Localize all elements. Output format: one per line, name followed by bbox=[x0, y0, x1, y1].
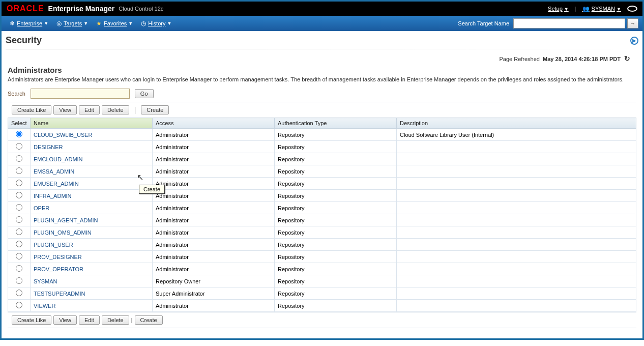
admin-access: Administrator bbox=[153, 239, 275, 251]
search-target-go-button[interactable]: → bbox=[627, 18, 638, 28]
table-row: VIEWERAdministratorRepository bbox=[8, 300, 636, 312]
admin-name-link[interactable]: EMCLOUD_ADMIN bbox=[34, 156, 83, 162]
row-select-radio[interactable] bbox=[16, 302, 22, 308]
enterprise-icon: ❄ bbox=[10, 20, 15, 27]
col-name[interactable]: Name bbox=[31, 118, 153, 129]
table-row: EMUSER_ADMINAdministratorRepository bbox=[8, 178, 636, 190]
toolbar-bottom: Create Like View Edit Delete | Create bbox=[8, 312, 636, 328]
row-select-radio[interactable] bbox=[16, 265, 22, 272]
delete-button[interactable]: Delete bbox=[102, 105, 129, 114]
admin-auth: Repository bbox=[275, 239, 397, 251]
edit-button[interactable]: Edit bbox=[79, 105, 100, 114]
col-auth[interactable]: Authentication Type bbox=[275, 118, 397, 129]
admin-access: Administrator bbox=[153, 165, 275, 178]
nav-history[interactable]: ◷History▼ bbox=[137, 20, 175, 27]
row-select-radio[interactable] bbox=[16, 241, 22, 247]
admin-name-link[interactable]: OPER bbox=[34, 205, 49, 211]
app-title: Enterprise Manager bbox=[48, 5, 115, 13]
admin-name-link[interactable]: PLUGIN_AGENT_ADMIN bbox=[34, 217, 98, 223]
admin-name-link[interactable]: TESTSUPERADMIN bbox=[34, 291, 85, 297]
delete-button[interactable]: Delete bbox=[102, 315, 129, 325]
admin-access: Administrator bbox=[153, 226, 275, 239]
table-row: SYSMANRepository OwnerRepository bbox=[8, 275, 636, 287]
admin-access: Administrator bbox=[153, 300, 275, 312]
admin-name-link[interactable]: PROV_OPERATOR bbox=[34, 266, 83, 272]
admin-access: Administrator bbox=[153, 153, 275, 165]
row-select-radio[interactable] bbox=[16, 204, 22, 211]
refresh-icon[interactable]: ↻ bbox=[624, 54, 630, 63]
nav-bar: ❄Enterprise▼ ◎Targets▼ ★Favorites▼ ◷Hist… bbox=[2, 16, 642, 31]
admin-desc bbox=[397, 202, 636, 214]
row-select-radio[interactable] bbox=[16, 228, 22, 235]
oval-icon[interactable] bbox=[627, 6, 637, 12]
admin-name-link[interactable]: PLUGIN_OMS_ADMIN bbox=[34, 229, 92, 236]
target-icon: ◎ bbox=[56, 20, 62, 27]
play-circle-icon[interactable]: ▶ bbox=[630, 37, 638, 45]
create-button[interactable]: Create bbox=[141, 105, 169, 114]
admin-name-link[interactable]: PROV_DESIGNER bbox=[34, 254, 82, 260]
setup-label: Setup bbox=[548, 6, 563, 12]
admin-desc bbox=[397, 141, 636, 153]
col-access[interactable]: Access bbox=[153, 118, 275, 129]
create-like-button[interactable]: Create Like bbox=[12, 105, 51, 114]
nav-targets[interactable]: ◎Targets▼ bbox=[52, 20, 92, 27]
admin-desc bbox=[397, 178, 636, 190]
user-menu[interactable]: 👥SYSMAN▼ bbox=[582, 6, 621, 12]
admin-desc bbox=[397, 190, 636, 202]
row-select-radio[interactable] bbox=[16, 131, 22, 137]
user-icon: 👥 bbox=[582, 6, 590, 12]
table-row: TESTSUPERADMINSuper AdministratorReposit… bbox=[8, 287, 636, 300]
nav-enterprise[interactable]: ❄Enterprise▼ bbox=[6, 20, 52, 27]
create-button[interactable]: Create bbox=[135, 315, 163, 325]
table-row: PROV_DESIGNERAdministratorRepository bbox=[8, 251, 636, 263]
row-select-radio[interactable] bbox=[16, 180, 22, 186]
admin-name-link[interactable]: EMUSER_ADMIN bbox=[34, 181, 79, 187]
row-select-radio[interactable] bbox=[16, 290, 22, 296]
go-button[interactable]: Go bbox=[135, 89, 154, 98]
admin-name-link[interactable]: EMSSA_ADMIN bbox=[34, 168, 74, 175]
row-select-radio[interactable] bbox=[16, 216, 22, 223]
admin-name-link[interactable]: CLOUD_SWLIB_USER bbox=[34, 132, 93, 138]
table-row: INFRA_ADMINAdministratorRepository bbox=[8, 190, 636, 202]
row-select-radio[interactable] bbox=[16, 277, 22, 284]
col-select[interactable]: Select bbox=[8, 118, 31, 129]
view-button[interactable]: View bbox=[53, 105, 77, 114]
refreshed-time: May 28, 2014 4:26:18 PM PDT bbox=[543, 56, 621, 62]
search-target-input[interactable] bbox=[513, 18, 625, 28]
admin-name-link[interactable]: VIEWER bbox=[34, 303, 55, 309]
admin-access: Super Administrator bbox=[153, 287, 275, 300]
row-select-radio[interactable] bbox=[16, 167, 22, 174]
admin-auth: Repository bbox=[275, 202, 397, 214]
section-description: Administrators are Enterprise Manager us… bbox=[8, 76, 636, 82]
admin-search-input[interactable] bbox=[31, 89, 130, 99]
row-select-radio[interactable] bbox=[16, 192, 22, 198]
admin-name-link[interactable]: INFRA_ADMIN bbox=[34, 193, 72, 199]
nav-favorites[interactable]: ★Favorites▼ bbox=[92, 20, 137, 27]
admin-name-link[interactable]: DESIGNER bbox=[34, 144, 63, 150]
admin-name-link[interactable]: SYSMAN bbox=[34, 278, 57, 284]
top-bar: ORACLE Enterprise Manager Cloud Control … bbox=[2, 2, 642, 16]
row-select-radio[interactable] bbox=[16, 143, 22, 150]
tooltip: Create bbox=[139, 185, 165, 194]
admin-desc bbox=[397, 165, 636, 178]
admin-auth: Repository bbox=[275, 251, 397, 263]
chevron-down-icon: ▼ bbox=[167, 21, 171, 26]
setup-menu[interactable]: Setup▼ bbox=[548, 6, 569, 12]
admin-access: Administrator bbox=[153, 190, 275, 202]
row-select-radio[interactable] bbox=[16, 253, 22, 260]
table-row: EMSSA_ADMINAdministratorRepository bbox=[8, 165, 636, 178]
create-like-button[interactable]: Create Like bbox=[12, 315, 51, 325]
table-row: PLUGIN_USERAdministratorRepository bbox=[8, 239, 636, 251]
oracle-logo: ORACLE bbox=[7, 4, 44, 13]
edit-button[interactable]: Edit bbox=[79, 315, 100, 325]
admin-name-link[interactable]: PLUGIN_USER bbox=[34, 242, 73, 248]
chevron-down-icon: ▼ bbox=[44, 21, 48, 26]
table-row: PLUGIN_OMS_ADMINAdministratorRepository bbox=[8, 226, 636, 239]
admin-auth: Repository bbox=[275, 190, 397, 202]
view-button[interactable]: View bbox=[53, 315, 77, 325]
col-description[interactable]: Description bbox=[397, 118, 636, 129]
row-select-radio[interactable] bbox=[16, 155, 22, 162]
admin-access: Administrator bbox=[153, 214, 275, 226]
nav-targets-label: Targets bbox=[64, 20, 82, 26]
table-row: DESIGNERAdministratorRepository bbox=[8, 141, 636, 153]
